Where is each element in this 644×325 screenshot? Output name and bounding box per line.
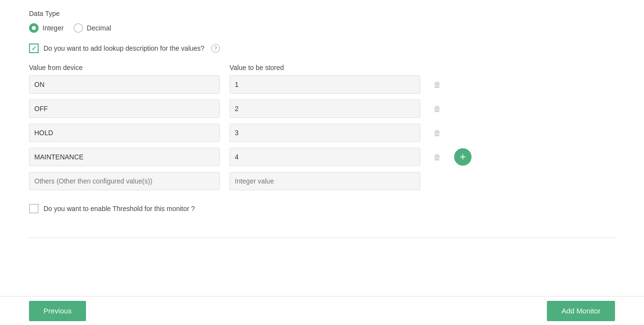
add-row-button[interactable]: + <box>454 148 472 166</box>
radio-decimal-circle[interactable] <box>73 23 83 33</box>
radio-decimal-label: Decimal <box>87 24 112 32</box>
help-icon[interactable]: ? <box>211 44 220 53</box>
from-input-1[interactable] <box>29 99 220 118</box>
from-input-0[interactable] <box>29 75 220 94</box>
lookup-rows: + <box>29 75 615 190</box>
table-row <box>29 99 615 118</box>
check-icon: ✓ <box>31 45 37 52</box>
trash-icon-0 <box>433 80 441 90</box>
delete-button-1[interactable] <box>430 101 444 116</box>
table-row: + <box>29 148 615 166</box>
previous-button[interactable]: Previous <box>29 301 86 321</box>
others-to-input[interactable] <box>229 172 420 190</box>
data-type-radio-group: Integer Decimal <box>29 23 615 33</box>
radio-integer-circle[interactable] <box>29 23 39 33</box>
trash-icon-1 <box>433 104 441 114</box>
delete-button-3[interactable] <box>430 150 444 164</box>
add-monitor-button[interactable]: Add Monitor <box>547 301 615 321</box>
to-input-2[interactable] <box>229 124 420 142</box>
lookup-checkbox-row: ✓ Do you want to add lookup description … <box>29 43 615 53</box>
others-from-input[interactable] <box>29 172 220 190</box>
from-input-2[interactable] <box>29 124 220 142</box>
others-row <box>29 172 615 190</box>
table-row <box>29 75 615 94</box>
footer: Previous Add Monitor <box>0 296 644 325</box>
to-input-3[interactable] <box>229 148 420 166</box>
trash-icon-2 <box>433 128 441 138</box>
from-input-3[interactable] <box>29 148 220 166</box>
table-row <box>29 124 615 142</box>
radio-integer[interactable]: Integer <box>29 23 64 33</box>
threshold-checkbox[interactable] <box>29 204 39 213</box>
radio-decimal[interactable]: Decimal <box>73 23 112 33</box>
threshold-row: Do you want to enable Threshold for this… <box>29 204 615 213</box>
to-input-0[interactable] <box>229 75 420 94</box>
radio-integer-label: Integer <box>43 24 64 32</box>
lookup-checkbox-label: Do you want to add lookup description fo… <box>43 44 204 52</box>
footer-divider <box>29 238 615 238</box>
delete-button-2[interactable] <box>430 126 444 140</box>
delete-button-0[interactable] <box>430 77 444 92</box>
col-to-label: Value to be stored <box>229 64 420 71</box>
columns-header: Value from device Value to be stored <box>29 64 615 71</box>
col-from-label: Value from device <box>29 64 220 71</box>
lookup-checkbox[interactable]: ✓ <box>29 43 39 53</box>
page-container: Data Type Integer Decimal ✓ Do you want … <box>0 0 644 325</box>
data-type-label: Data Type <box>29 10 615 17</box>
to-input-1[interactable] <box>229 99 420 118</box>
trash-icon-3 <box>433 152 441 162</box>
threshold-label: Do you want to enable Threshold for this… <box>43 205 195 212</box>
